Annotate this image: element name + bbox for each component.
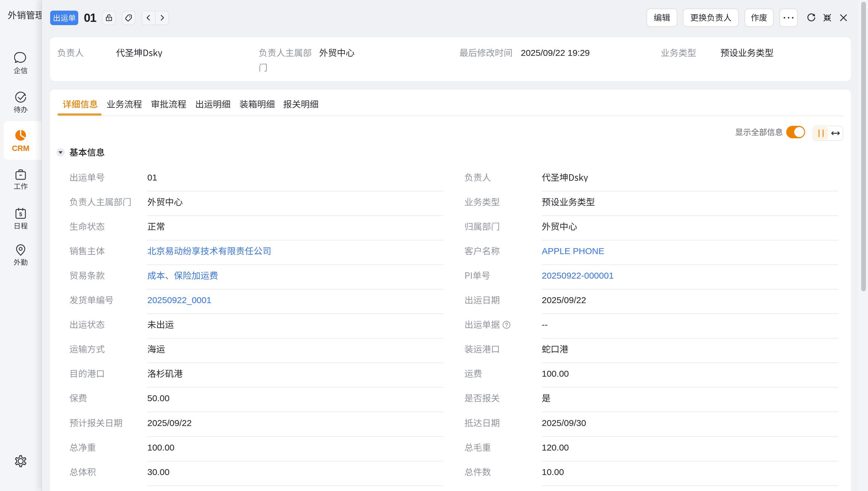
svg-text:5: 5: [19, 211, 22, 218]
